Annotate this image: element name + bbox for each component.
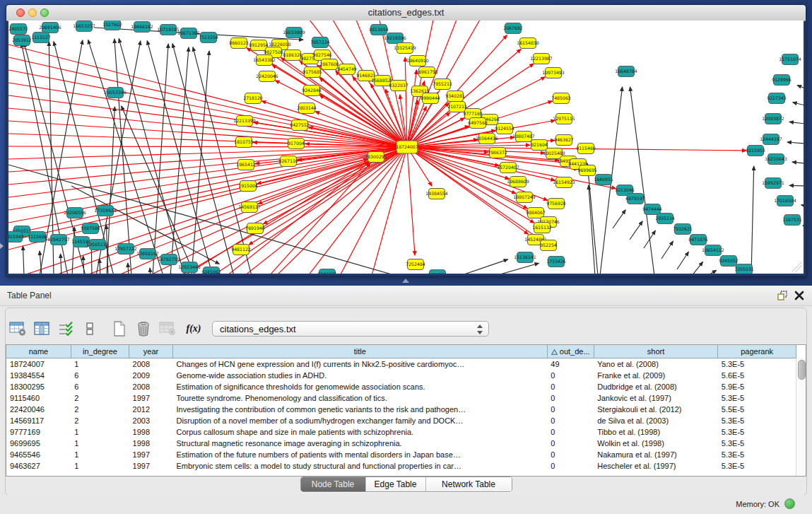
graph-node[interactable]: 17359924 — [94, 206, 117, 216]
graph-node[interactable]: 2087682 — [503, 23, 523, 34]
column-header-in_degree[interactable]: in_degree — [71, 345, 129, 358]
graph-node[interactable]: 8267110 — [278, 156, 298, 167]
scrollbar-thumb[interactable] — [798, 360, 806, 380]
table-cell[interactable]: Structural magnetic resonance image aver… — [172, 438, 547, 449]
table-cell[interactable]: Stergiakouli et al. (2012) — [594, 404, 718, 415]
table-cell[interactable]: Wolkin et al. (1998) — [594, 438, 718, 449]
table-row[interactable]: 969969511998Structural magnetic resonanc… — [6, 438, 796, 449]
table-cell[interactable]: 0 — [547, 460, 594, 472]
table-row[interactable]: 946554611997Estimation of the future num… — [6, 449, 796, 460]
table-cell[interactable]: 19384554 — [6, 370, 71, 381]
graph-node[interactable]: 3915949 — [8, 232, 24, 243]
table-cell[interactable]: 1 — [71, 460, 129, 472]
graph-node[interactable]: 16671385 — [177, 28, 200, 39]
table-cell[interactable]: 1998 — [129, 426, 173, 438]
table-selector-dropdown[interactable]: citations_edges.txt — [212, 321, 489, 337]
graph-node[interactable]: 1615132 — [532, 223, 552, 233]
graph-node[interactable]: 7513204 — [199, 33, 218, 43]
network-window[interactable]: citations_edges.txt 24055722069140620539… — [6, 4, 806, 276]
table-cell[interactable]: Genome-wide association studies in ADHD. — [172, 370, 547, 381]
table-cell[interactable]: 0 — [547, 392, 594, 404]
table-cell[interactable]: Jankovic et al. (1997) — [594, 392, 718, 404]
table-cell[interactable]: 0 — [547, 438, 594, 449]
table-cell[interactable]: 0 — [547, 370, 594, 381]
table-cell[interactable]: 5.3E-5 — [718, 392, 796, 404]
table-cell[interactable]: Hescheler et al. (1997) — [594, 460, 718, 472]
table-cell[interactable]: 2 — [71, 392, 129, 404]
graph-node[interactable]: 6497568 — [468, 118, 488, 129]
graph-node[interactable]: 10973493 — [542, 68, 565, 78]
table-cell[interactable]: 14569117 — [6, 415, 71, 426]
table-cell[interactable]: 9463627 — [6, 460, 71, 472]
graph-node[interactable]: 6879197 — [625, 194, 645, 204]
graph-node[interactable]: 8660123 — [229, 38, 249, 49]
graph-node[interactable]: 7485063 — [551, 93, 571, 104]
graph-node[interactable]: 9115460 — [576, 144, 596, 154]
graph-node[interactable]: 12923446 — [178, 262, 201, 273]
graph-node[interactable]: 2867608 — [319, 59, 339, 70]
table-row[interactable]: 977716911998Corpus callosum shape and si… — [6, 426, 796, 438]
graph-node[interactable]: 15720407 — [497, 163, 519, 173]
column-header-out_de[interactable]: out_de... — [547, 345, 594, 358]
graph-node[interactable]: 1167531 — [782, 215, 802, 226]
graph-node[interactable]: 9245062 — [201, 267, 221, 274]
tab-edge-table[interactable]: Edge Table — [365, 477, 425, 491]
table-cell[interactable]: 9699695 — [6, 438, 71, 449]
graph-node[interactable]: 12444197 — [760, 134, 782, 145]
table-cell[interactable]: Investigating the contribution of common… — [172, 404, 547, 415]
table-cell[interactable]: 5.3E-5 — [718, 415, 796, 426]
table-cell[interactable]: Embryonic stem cells: a model to study s… — [172, 460, 547, 472]
graph-node[interactable]: 9245052 — [719, 256, 739, 267]
table-row[interactable]: 946362711997Embryonic stem cells: a mode… — [6, 460, 796, 472]
graph-node[interactable]: 1915004 — [238, 181, 258, 192]
table-panel-titlebar[interactable]: Table Panel — [0, 286, 812, 306]
table-cell[interactable]: 0 — [547, 415, 594, 426]
table-cell[interactable]: 5.3E-5 — [718, 426, 796, 438]
graph-node[interactable]: 9215953 — [746, 146, 765, 156]
table-cell[interactable]: 5.5E-5 — [718, 404, 796, 415]
network-graph[interactable]: 2405572206914062053912111312716653257152… — [8, 21, 804, 274]
graph-node[interactable]: 1810755 — [234, 137, 254, 148]
graph-node[interactable]: 2053912 — [12, 35, 32, 46]
delete-table-button[interactable] — [155, 318, 180, 339]
graph-node[interactable]: 16154838 — [517, 38, 539, 49]
table-cell[interactable]: Nakamura et al. (1997) — [594, 449, 718, 460]
graph-node[interactable]: 18640910 — [406, 56, 429, 66]
graph-node[interactable]: 7691940 — [245, 223, 265, 234]
graph-node[interactable]: 7295031 — [734, 264, 754, 274]
graph-node[interactable]: 1733426 — [546, 257, 566, 267]
graph-node[interactable]: 952254 — [540, 240, 557, 251]
table-cell[interactable]: Tibbo et al. (1998) — [594, 426, 718, 438]
graph-node[interactable]: 8186328 — [283, 50, 302, 61]
table-row[interactable]: 1938455462009Genome-wide association stu… — [6, 370, 796, 381]
graph-node[interactable]: 19466162 — [131, 22, 153, 33]
graph-node[interactable]: 18807249 — [513, 192, 536, 203]
graph-node[interactable]: 7986372 — [488, 148, 507, 158]
table-cell[interactable]: 0 — [547, 404, 594, 415]
table-cell[interactable]: 1 — [71, 358, 129, 370]
graph-node[interactable]: 15136141 — [514, 252, 536, 263]
table-row[interactable]: 1872400712008Changes of HCN gene express… — [6, 358, 796, 370]
graph-node[interactable]: 13325419 — [394, 43, 416, 54]
table-cell[interactable]: 1997 — [129, 392, 173, 404]
graph-node[interactable]: 15992971 — [762, 178, 784, 189]
graph-node[interactable]: 7932621 — [673, 224, 693, 235]
graph-node[interactable]: 19218596 — [384, 33, 406, 44]
graph-node[interactable]: 14569117 — [238, 202, 261, 213]
table-row[interactable]: 1830029562008Estimation of significance … — [6, 381, 796, 392]
graph-node[interactable]: 18724007 — [396, 141, 418, 153]
graph-node[interactable]: 16782759 — [158, 255, 180, 265]
graph-node[interactable]: 1965412 — [236, 160, 256, 170]
graph-node[interactable]: 22420046 — [256, 71, 278, 82]
graph-node[interactable]: 16210643 — [765, 154, 787, 165]
table-vertical-scrollbar[interactable] — [796, 358, 806, 476]
graph-node[interactable]: 19384554 — [425, 189, 448, 199]
panel-collapse-arrow-icon[interactable] — [0, 243, 4, 249]
table-cell[interactable]: 2003 — [129, 415, 173, 426]
graph-node[interactable]: 8990444 — [420, 93, 440, 104]
column-selection-button[interactable] — [54, 318, 78, 339]
graph-node[interactable]: 9340281 — [445, 91, 465, 102]
graph-node[interactable]: 12213987 — [530, 54, 553, 64]
table-cell[interactable]: 2 — [71, 404, 129, 415]
graph-node[interactable]: 821604 — [531, 140, 548, 151]
